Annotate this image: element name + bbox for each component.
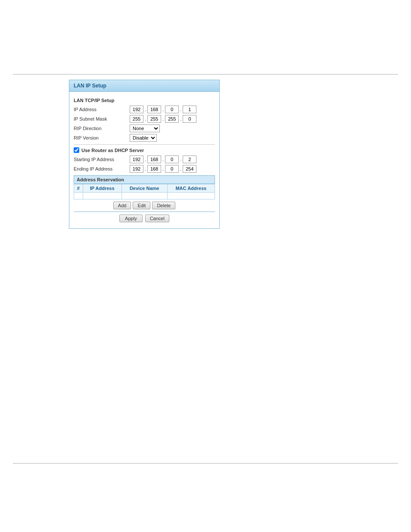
table-empty-row [74,193,215,199]
lan-ip-setup-card: LAN IP Setup LAN TCP/IP Setup IP Address… [69,80,220,229]
delete-button[interactable]: Delete [152,202,175,209]
table-buttons-row: Add Edit Delete [74,202,215,209]
edit-button[interactable]: Edit [133,202,150,209]
ending-ip-group: . . . [130,165,196,173]
dhcp-checkbox[interactable] [74,147,79,153]
subnet-dot-2: . [162,116,164,121]
ip-address-label: IP Address [74,107,130,112]
ip-address-octet-4[interactable] [183,106,196,113]
ending-ip-octet-2[interactable] [147,165,161,173]
subnet-dot-3: . [180,116,182,121]
ending-ip-octet-4[interactable] [183,165,196,173]
subnet-mask-group: . . . [130,115,196,123]
card-title: LAN IP Setup [74,83,106,89]
rip-direction-row: RIP Direction None Both In Only Out Only [74,124,215,132]
starting-ip-octet-2[interactable] [147,156,161,163]
ending-ip-row: Ending IP Address . . . [74,165,215,173]
subnet-dot-1: . [144,116,146,121]
ip-address-octet-2[interactable] [147,106,161,113]
card-header: LAN IP Setup [69,80,219,92]
col-mac-address: MAC Address [167,184,215,193]
empty-cell-3 [121,193,167,199]
reservation-title: Address Reservation [74,175,215,184]
ip-dot-1: . [144,107,146,112]
page-wrapper: LAN IP Setup LAN TCP/IP Setup IP Address… [0,0,411,532]
dhcp-checkbox-row: Use Router as DHCP Server [74,147,215,153]
subnet-mask-label: IP Subnet Mask [74,116,130,121]
main-content: LAN IP Setup LAN TCP/IP Setup IP Address… [69,80,220,229]
rip-version-select[interactable]: Disable RIP-1 RIP-2 [130,134,157,142]
ip-address-octet-3[interactable] [165,106,179,113]
rip-version-label: RIP Version [74,135,130,140]
card-footer: Apply Cancel [74,212,215,225]
bottom-rule [13,463,398,464]
ending-ip-octet-1[interactable] [130,165,143,173]
add-button[interactable]: Add [113,202,131,209]
cancel-button[interactable]: Cancel [145,215,169,222]
ending-ip-label: Ending IP Address [74,166,130,171]
starting-dot-3: . [180,157,182,162]
top-rule [13,74,398,75]
ending-ip-octet-3[interactable] [165,165,179,173]
col-number: # [74,184,83,193]
starting-dot-2: . [162,157,164,162]
lan-tcpip-title: LAN TCP/IP Setup [74,98,215,103]
empty-cell-1 [74,193,83,199]
rip-direction-select[interactable]: None Both In Only Out Only [130,124,160,132]
col-ip-address: IP Address [83,184,121,193]
ending-dot-1: . [144,166,146,171]
starting-ip-octet-3[interactable] [165,156,179,163]
ip-dot-3: . [180,107,182,112]
ip-address-row: IP Address . . . [74,106,215,113]
ip-dot-2: . [162,107,164,112]
ip-address-octet-1[interactable] [130,106,143,113]
starting-ip-octet-1[interactable] [130,156,143,163]
reservation-table: # IP Address Device Name MAC Address [74,184,215,199]
subnet-octet-3[interactable] [165,115,179,123]
address-reservation-section: Address Reservation # IP Address Device … [74,175,215,209]
starting-ip-label: Starting IP Address [74,157,130,162]
rip-version-row: RIP Version Disable RIP-1 RIP-2 [74,134,215,142]
ending-dot-2: . [162,166,164,171]
starting-dot-1: . [144,157,146,162]
starting-ip-group: . . . [130,156,196,163]
dhcp-checkbox-label[interactable]: Use Router as DHCP Server [81,148,144,153]
subnet-mask-row: IP Subnet Mask . . . [74,115,215,123]
col-device-name: Device Name [121,184,167,193]
apply-button[interactable]: Apply [119,215,143,222]
starting-ip-row: Starting IP Address . . . [74,156,215,163]
empty-cell-4 [167,193,215,199]
divider-1 [74,144,215,145]
empty-cell-2 [83,193,121,199]
subnet-octet-4[interactable] [183,115,196,123]
rip-direction-label: RIP Direction [74,126,130,131]
ending-dot-3: . [180,166,182,171]
subnet-octet-1[interactable] [130,115,143,123]
table-header-row: # IP Address Device Name MAC Address [74,184,215,193]
card-body: LAN TCP/IP Setup IP Address . . . [69,92,219,228]
starting-ip-octet-4[interactable] [183,156,196,163]
ip-address-group: . . . [130,106,196,113]
subnet-octet-2[interactable] [147,115,161,123]
